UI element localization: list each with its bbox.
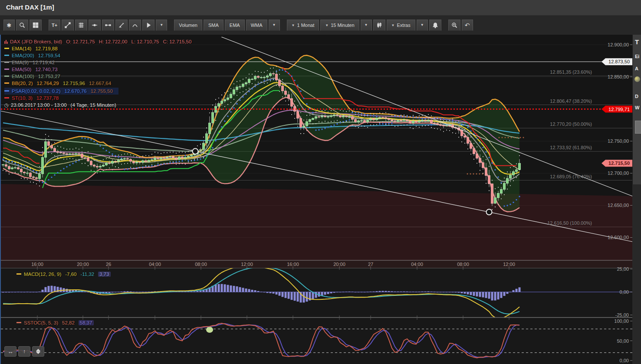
candle — [503, 183, 506, 189]
psar-dot — [339, 122, 341, 123]
toolbar-group: ↶ — [448, 20, 473, 31]
hdots-tool-icon[interactable] — [102, 20, 114, 31]
psar-dot — [482, 147, 483, 148]
wma-button[interactable]: WMA — [246, 20, 267, 31]
candle — [342, 116, 345, 117]
series-swatch — [16, 273, 21, 275]
candle — [30, 173, 32, 177]
hline-tool-icon[interactable] — [89, 20, 101, 31]
candle — [397, 121, 399, 122]
period-dropdown[interactable]: ▼1 Monat — [287, 20, 319, 31]
pencil-tool-icon[interactable] — [115, 20, 128, 31]
auto-scale-button[interactable] — [32, 346, 44, 357]
side-panel-button[interactable] — [635, 121, 641, 134]
svg-text:12.799,71: 12.799,71 — [608, 107, 630, 112]
candle — [510, 175, 512, 178]
candle — [172, 157, 174, 158]
psar-dot — [224, 121, 225, 122]
ema9-row[interactable]: EMA(9)12.719,42 — [4, 59, 195, 66]
psar-dot — [376, 116, 377, 117]
macd-histogram-bar — [236, 286, 238, 292]
chart-style-caret[interactable]: ▼ — [361, 20, 372, 31]
candle — [124, 158, 126, 159]
instrument-row[interactable]: DAX (JFD Brokers, bid)O: 12.721,75H: 12.… — [4, 38, 195, 45]
st-row[interactable]: ST(10, 3)12.737,78 — [4, 95, 195, 102]
indicator-legend: DAX (JFD Brokers, bid)O: 12.721,75H: 12.… — [4, 38, 195, 108]
chart-area[interactable]: 12.851,35 (23.60%)12.806,47 (38.20%)12.7… — [0, 35, 632, 364]
candle — [151, 160, 153, 160]
side-panel-partial[interactable]: TEiADW — [632, 35, 641, 364]
macd-histogram-bar — [500, 292, 503, 298]
chart-style-button[interactable] — [373, 20, 385, 31]
more-tools-caret-icon[interactable]: ▼ — [156, 20, 167, 31]
extras-dropdown[interactable]: ▼Extras — [387, 20, 415, 31]
candle — [148, 160, 150, 161]
fibonacci-tool-icon[interactable] — [75, 20, 87, 31]
macd-histogram-bar — [494, 292, 496, 301]
settings-icon[interactable]: ✱ — [3, 20, 15, 31]
bb-row[interactable]: BB(20, 2)12.764,2912.715,9612.667,64 — [4, 80, 195, 87]
sma-button[interactable]: SMA — [204, 20, 224, 31]
macd-legend-row[interactable]: MACD(12, 26, 9)-7,60-11,323,73 — [16, 271, 115, 278]
candle — [72, 154, 74, 154]
candle — [93, 165, 95, 166]
psar-row[interactable]: PSAR(0.02, 0.02, 0.2)12.670,7612.755,50 — [4, 88, 118, 95]
ema50-row[interactable]: EMA(50)12.740,73 — [4, 66, 195, 73]
svg-text:27: 27 — [368, 262, 373, 267]
tool-icon[interactable] — [634, 76, 640, 82]
extras-more-dropdown[interactable]: ▼ — [417, 20, 428, 31]
trendline-tool-icon[interactable] — [62, 20, 74, 31]
candle — [108, 163, 111, 164]
svg-text:08:00: 08:00 — [457, 262, 469, 267]
svg-text:25,00: 25,00 — [617, 266, 629, 272]
text-tool-icon[interactable]: T+ — [49, 20, 60, 31]
candle — [242, 84, 244, 87]
candle — [348, 117, 351, 117]
window-titlebar[interactable]: Chart DAX [1m] — [0, 0, 641, 16]
macd-histogram-bar — [48, 286, 50, 292]
psar-dot — [464, 124, 465, 125]
candle — [245, 82, 247, 84]
layout-grid-icon[interactable] — [30, 20, 42, 31]
macd-histogram-bar — [488, 292, 490, 299]
psar-dot — [206, 155, 207, 157]
search-icon[interactable] — [16, 20, 28, 31]
ema100-row[interactable]: EMA(100)12.753,27 — [4, 73, 195, 80]
macd-histogram-bar — [361, 292, 363, 292]
macd-histogram-bar — [36, 292, 38, 292]
psar-dot — [112, 154, 113, 155]
macd-histogram-bar — [470, 292, 472, 295]
ema14-row[interactable]: EMA(14)12.719,88 — [4, 45, 195, 52]
candle — [224, 99, 226, 101]
ema200-row[interactable]: EMA(200)12.759,54 — [4, 52, 195, 59]
volumen-button[interactable]: Volumen — [174, 20, 202, 31]
trendline-handle[interactable] — [487, 209, 492, 215]
psar-dot — [382, 123, 383, 125]
undo-button[interactable]: ↶ — [462, 20, 473, 31]
candle — [400, 121, 402, 121]
scroll-up-button[interactable]: ↑ — [18, 346, 30, 357]
alert-bell-button[interactable] — [429, 20, 441, 31]
series-swatch — [4, 55, 9, 56]
candle — [418, 121, 421, 122]
psar-dot — [288, 73, 289, 74]
side-panel-label: A — [635, 66, 638, 71]
candle — [118, 160, 120, 161]
candle — [233, 90, 235, 94]
svg-text:12.650,00: 12.650,00 — [608, 203, 629, 208]
macd-histogram-bar — [2, 292, 4, 292]
svg-text:12.851,35 (23.60%): 12.851,35 (23.60%) — [550, 69, 592, 75]
zoom-in-button[interactable] — [448, 20, 460, 31]
candle — [443, 125, 445, 126]
pointer-tool-icon[interactable] — [142, 20, 154, 31]
timespan-row[interactable]: ◷23.06.2017 13:00 - 13:00(4 Tage, 15 Min… — [4, 102, 195, 108]
scroll-horizontal-button[interactable]: ↔ — [4, 346, 16, 357]
sstoc-legend-row[interactable]: SSTOC(5, 5, 3)52,8258,37 — [16, 319, 98, 326]
indicators-more-button[interactable]: ▼ — [269, 20, 280, 31]
psar-dot — [184, 155, 186, 156]
ema-button[interactable]: EMA — [225, 20, 245, 31]
arc-tool-icon[interactable] — [129, 20, 141, 31]
timeframe-dropdown[interactable]: ▼15 Minuten — [320, 20, 359, 31]
macd-histogram-bar — [516, 289, 518, 292]
trendline-handle[interactable] — [193, 148, 198, 154]
